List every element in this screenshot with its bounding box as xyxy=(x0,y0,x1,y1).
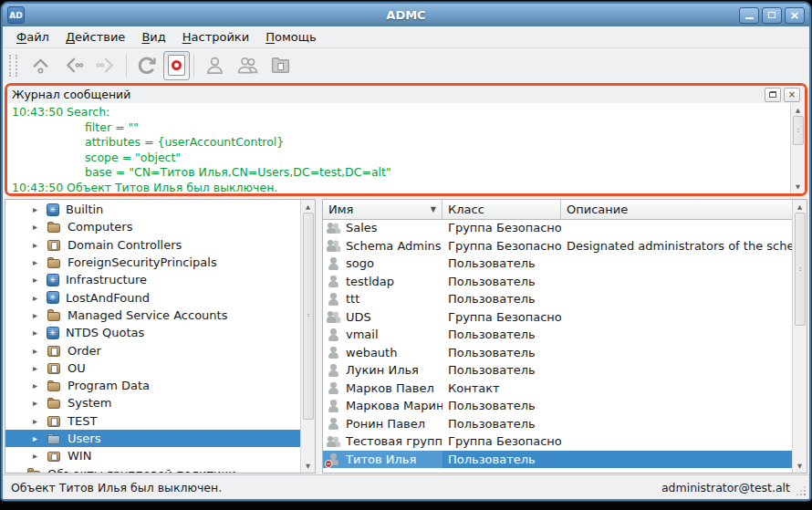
tree-item-domain-controllers[interactable]: ▸Domain Controllers xyxy=(5,236,300,254)
tree-item-program-data[interactable]: ▸Program Data xyxy=(5,377,300,394)
scroll-up-icon[interactable]: ▲ xyxy=(793,201,807,213)
expand-arrow-icon[interactable]: ▸ xyxy=(33,328,47,338)
message-log-toggle-button[interactable] xyxy=(163,51,190,80)
create-user-button[interactable] xyxy=(198,50,231,81)
table-row-markova-marina[interactable]: Маркова МаринаПользователь xyxy=(323,397,792,415)
navigate-forward-icon xyxy=(95,54,118,77)
navigate-up-button[interactable] xyxy=(24,50,57,81)
tree-item-ntds-quotas[interactable]: ▸NTDS Quotas xyxy=(5,324,300,341)
app-icon: AD xyxy=(7,6,25,24)
expand-arrow-icon[interactable]: ▸ xyxy=(33,433,47,443)
expand-arrow-icon[interactable]: ▸ xyxy=(13,469,26,473)
menu-view[interactable]: Вид xyxy=(133,28,173,46)
table-row-sogo[interactable]: sogoПользователь xyxy=(323,255,792,273)
expand-arrow-icon[interactable]: ▸ xyxy=(33,204,47,214)
expand-arrow-icon[interactable]: ▸ xyxy=(33,257,47,267)
minimize-button[interactable] xyxy=(739,7,759,24)
dock-close-button[interactable]: × xyxy=(784,88,800,102)
expand-arrow-icon[interactable]: ▸ xyxy=(33,398,47,408)
close-button[interactable]: × xyxy=(785,7,805,24)
table-row-lukin-ilya[interactable]: Лукин ИльяПользователь xyxy=(323,361,792,380)
table-scrollbar-thumb[interactable] xyxy=(795,213,806,326)
log-scrollbar-thumb[interactable] xyxy=(793,116,804,145)
menu-help[interactable]: Помощь xyxy=(257,28,324,46)
toolbar-separator xyxy=(126,54,127,78)
folder-icon xyxy=(26,467,41,473)
table-scrollbar[interactable]: ▲ ▼ xyxy=(792,200,807,473)
table-row-ronin-pavel[interactable]: Ронин ПавелПользователь xyxy=(323,415,792,433)
folder-icon xyxy=(47,221,61,234)
menu-action[interactable]: Действие xyxy=(57,28,133,46)
scroll-down-icon[interactable]: ▼ xyxy=(791,181,805,193)
table-row-sales[interactable]: SalesГруппа Безопасност... xyxy=(323,219,792,237)
menu-file[interactable]: Файл xyxy=(8,28,57,46)
expand-arrow-icon[interactable]: ▸ xyxy=(33,310,47,320)
log-line: filter = "" xyxy=(12,120,791,136)
tree-scrollbar[interactable]: ▲ ▼ xyxy=(300,200,315,473)
folder-icon xyxy=(47,256,61,269)
table-row-webauth[interactable]: webauthПользователь xyxy=(323,344,792,362)
tree-item-order[interactable]: ▸Order xyxy=(5,341,300,359)
ou-folder-icon xyxy=(47,414,61,427)
float-icon xyxy=(769,91,776,98)
expand-arrow-icon[interactable]: ▸ xyxy=(33,222,47,232)
message-log-content: 10:43:50 Search: filter = "" attributes … xyxy=(7,103,791,193)
scroll-up-icon[interactable]: ▲ xyxy=(791,104,805,116)
tree-scrollbar-thumb[interactable] xyxy=(303,213,314,420)
expand-arrow-icon[interactable]: ▸ xyxy=(33,293,47,303)
table-row-ttt[interactable]: tttПользователь xyxy=(323,290,792,308)
toolbar-drag-handle[interactable] xyxy=(9,55,17,77)
title-bar: AD ADMC × xyxy=(3,4,809,26)
table-row-test-group[interactable]: Тестовая группаГруппа Безопасност... xyxy=(323,432,792,451)
scroll-down-icon[interactable]: ▼ xyxy=(793,460,807,472)
scroll-up-icon[interactable]: ▲ xyxy=(301,201,315,213)
expand-arrow-icon[interactable]: ▸ xyxy=(33,363,47,373)
column-header-description[interactable]: Описание xyxy=(561,200,807,219)
navigate-back-button[interactable] xyxy=(57,50,89,81)
tree-item-ou[interactable]: ▸OU xyxy=(5,359,300,377)
expand-arrow-icon[interactable]: ▸ xyxy=(33,416,47,426)
tree-item-group-policy-objects[interactable]: ▸Объекты групповой политики xyxy=(5,464,300,473)
expand-arrow-icon[interactable]: ▸ xyxy=(33,346,47,356)
create-group-button[interactable] xyxy=(231,50,264,81)
tree-item-lostandfound[interactable]: ▸LostAndFound xyxy=(5,288,300,306)
tree-item-users[interactable]: ▸Users xyxy=(5,430,300,447)
tree-item-system[interactable]: ▸System xyxy=(5,394,300,411)
tree-item-managed-service-accounts[interactable]: ▸Managed Service Accounts xyxy=(5,307,300,324)
refresh-button[interactable] xyxy=(130,50,163,81)
navigate-forward-button[interactable] xyxy=(89,50,122,81)
create-ou-icon xyxy=(269,54,292,77)
column-header-name[interactable]: Имя▼ xyxy=(323,200,442,219)
tree-item-builtin[interactable]: ▸Builtin xyxy=(5,201,300,218)
tree-item-infrastructure[interactable]: ▸Infrastructure xyxy=(5,271,300,288)
expand-arrow-icon[interactable]: ▸ xyxy=(33,275,47,285)
tree-item-win[interactable]: ▸WIN xyxy=(5,447,300,464)
column-header-class[interactable]: Класс xyxy=(442,200,561,219)
table-row-testldap[interactable]: testldapПользователь xyxy=(323,273,792,291)
expand-arrow-icon[interactable]: ▸ xyxy=(33,240,47,250)
tree-item-foreignsecurityprincipals[interactable]: ▸ForeignSecurityPrincipals xyxy=(5,254,300,271)
container-icon xyxy=(47,327,59,339)
log-line: 10:43:50 Объект Титов Илья был выключен. xyxy=(12,181,791,193)
scroll-down-icon[interactable]: ▼ xyxy=(301,460,315,472)
menu-settings[interactable]: Настройки xyxy=(174,28,257,46)
create-ou-button[interactable] xyxy=(264,50,297,81)
table-row-markov-pavel[interactable]: Марков ПавелКонтакт xyxy=(323,380,792,398)
log-line: attributes = {userAccountControl} xyxy=(12,135,791,151)
create-user-icon xyxy=(203,54,226,77)
maximize-button[interactable] xyxy=(762,7,782,24)
log-scrollbar[interactable]: ▲ ▼ xyxy=(790,103,805,193)
expand-arrow-icon[interactable]: ▸ xyxy=(33,451,47,461)
table-row-vmail[interactable]: vmailПользователь xyxy=(323,326,792,344)
tree-item-test[interactable]: ▸TEST xyxy=(5,412,300,430)
table-row-schema-admins[interactable]: Schema AdminsГруппа Безопасност...Design… xyxy=(323,237,792,255)
dock-float-button[interactable] xyxy=(765,88,781,102)
table-row-titov-ilya[interactable]: Титов ИльяПользователь xyxy=(323,451,792,469)
table-row-uds[interactable]: UDSГруппа Безопасност... xyxy=(323,308,792,327)
expand-arrow-icon[interactable]: ▸ xyxy=(33,380,47,390)
panel-splitter[interactable] xyxy=(316,199,322,474)
console-tree-panel: ▸Builtin ▸Computers ▸Domain Controllers … xyxy=(5,199,316,474)
resize-grip[interactable] xyxy=(796,486,807,496)
tree-item-computers[interactable]: ▸Computers xyxy=(5,218,300,235)
menu-bar: Файл Действие Вид Настройки Помощь xyxy=(3,26,809,48)
